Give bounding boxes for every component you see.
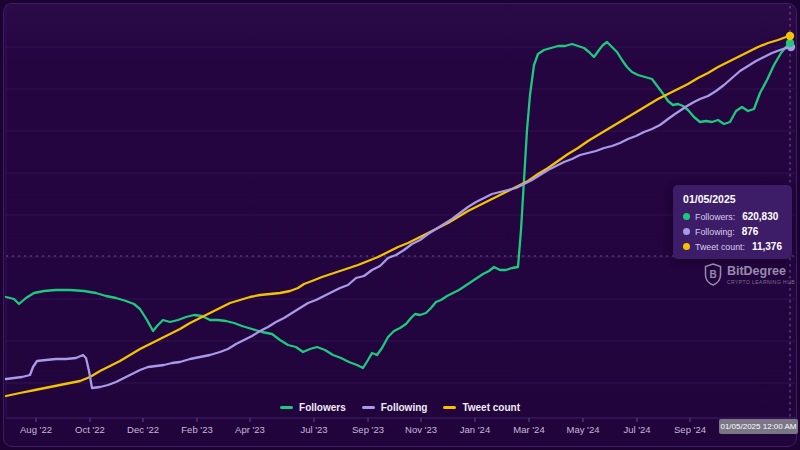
x-axis-label: Jul '23 <box>300 424 327 435</box>
legend-label: Tweet count <box>462 402 520 413</box>
x-axis-label: May '24 <box>567 424 600 435</box>
x-axis-label: Feb '23 <box>181 424 212 435</box>
brand-name: BitDegree <box>727 265 795 278</box>
tooltip-dot-following <box>683 228 690 235</box>
tooltip-label: Followers: <box>695 212 735 222</box>
tooltip-row-followers: Followers:620,830 <box>683 211 782 222</box>
legend-swatch-followers <box>280 406 293 409</box>
x-axis-label: Oct '22 <box>75 424 105 435</box>
svg-text:B: B <box>709 269 716 280</box>
x-axis-label: Mar '24 <box>513 424 544 435</box>
chart-legend: FollowersFollowingTweet count <box>0 402 800 413</box>
bitdegree-shield-icon: B <box>704 263 722 286</box>
legend-item-followers[interactable]: Followers <box>280 402 346 413</box>
tooltip-value: 11,376 <box>752 241 782 252</box>
x-axis-label: Dec '22 <box>127 424 159 435</box>
tooltip-label: Tweet count: <box>695 242 745 252</box>
tooltip-row-tweet-count: Tweet count:11,376 <box>683 241 782 252</box>
legend-label: Following <box>381 402 428 413</box>
legend-item-tweet-count[interactable]: Tweet count <box>443 402 520 413</box>
x-axis-label: Jan '24 <box>460 424 490 435</box>
tooltip-value: 620,830 <box>742 211 778 222</box>
chart-widget: Aug '22Oct '22Dec '22Feb '23Apr '23Jul '… <box>0 0 800 450</box>
tooltip-value: 876 <box>742 226 759 237</box>
bitdegree-logo[interactable]: B BitDegree CRYPTO LEARNING HUB <box>704 263 795 286</box>
x-axis-label: Nov '23 <box>405 424 437 435</box>
brand-tagline: CRYPTO LEARNING HUB <box>727 279 795 285</box>
legend-swatch-following <box>362 406 375 409</box>
crosshair-date-label: 01/05/2025 12:00 AM <box>719 419 798 434</box>
tooltip-label: Following: <box>695 227 735 237</box>
x-axis-label: Aug '22 <box>20 424 52 435</box>
x-axis-label: Sep '23 <box>352 424 384 435</box>
x-axis-label: Apr '23 <box>235 424 265 435</box>
legend-swatch-tweet-count <box>443 406 456 409</box>
chart-tooltip: 01/05/2025 Followers:620,830Following:87… <box>673 185 792 259</box>
x-axis-label: Sep '24 <box>674 424 706 435</box>
tooltip-dot-tweet-count <box>683 243 690 250</box>
end-dot-tweet-count <box>786 32 794 40</box>
tooltip-date: 01/05/2025 <box>683 193 782 205</box>
tooltip-row-following: Following:876 <box>683 226 782 237</box>
legend-item-following[interactable]: Following <box>362 402 428 413</box>
x-axis-label: Jul '24 <box>623 424 650 435</box>
tooltip-dot-followers <box>683 213 690 220</box>
legend-label: Followers <box>299 402 346 413</box>
